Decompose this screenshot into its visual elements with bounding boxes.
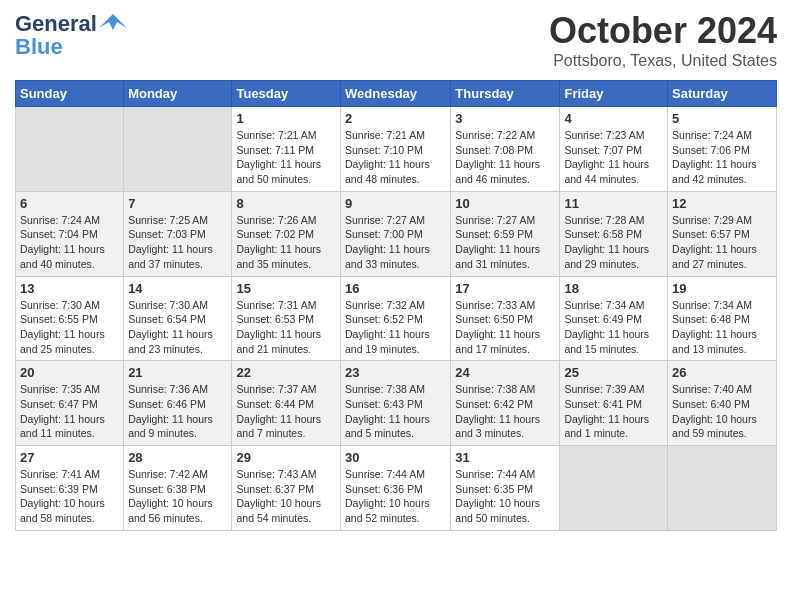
day-number: 14 [128, 281, 227, 296]
calendar-cell: 13Sunrise: 7:30 AM Sunset: 6:55 PM Dayli… [16, 276, 124, 361]
day-number: 9 [345, 196, 446, 211]
day-number: 12 [672, 196, 772, 211]
title-area: October 2024 Pottsboro, Texas, United St… [549, 10, 777, 70]
day-info: Sunrise: 7:39 AM Sunset: 6:41 PM Dayligh… [564, 382, 663, 441]
day-info: Sunrise: 7:36 AM Sunset: 6:46 PM Dayligh… [128, 382, 227, 441]
logo-blue-text: Blue [15, 34, 63, 60]
day-number: 23 [345, 365, 446, 380]
col-header-wednesday: Wednesday [341, 81, 451, 107]
calendar-cell [16, 107, 124, 192]
day-number: 4 [564, 111, 663, 126]
calendar-cell: 15Sunrise: 7:31 AM Sunset: 6:53 PM Dayli… [232, 276, 341, 361]
day-number: 6 [20, 196, 119, 211]
day-number: 17 [455, 281, 555, 296]
day-number: 10 [455, 196, 555, 211]
calendar-cell: 27Sunrise: 7:41 AM Sunset: 6:39 PM Dayli… [16, 446, 124, 531]
calendar-cell: 5Sunrise: 7:24 AM Sunset: 7:06 PM Daylig… [668, 107, 777, 192]
calendar-cell: 28Sunrise: 7:42 AM Sunset: 6:38 PM Dayli… [124, 446, 232, 531]
calendar-week-1: 1Sunrise: 7:21 AM Sunset: 7:11 PM Daylig… [16, 107, 777, 192]
day-number: 7 [128, 196, 227, 211]
day-number: 3 [455, 111, 555, 126]
calendar-cell: 11Sunrise: 7:28 AM Sunset: 6:58 PM Dayli… [560, 191, 668, 276]
day-number: 5 [672, 111, 772, 126]
day-info: Sunrise: 7:30 AM Sunset: 6:55 PM Dayligh… [20, 298, 119, 357]
day-info: Sunrise: 7:33 AM Sunset: 6:50 PM Dayligh… [455, 298, 555, 357]
col-header-friday: Friday [560, 81, 668, 107]
page-subtitle: Pottsboro, Texas, United States [549, 52, 777, 70]
svg-marker-0 [99, 14, 127, 30]
calendar-cell: 19Sunrise: 7:34 AM Sunset: 6:48 PM Dayli… [668, 276, 777, 361]
calendar-cell: 20Sunrise: 7:35 AM Sunset: 6:47 PM Dayli… [16, 361, 124, 446]
calendar-cell: 10Sunrise: 7:27 AM Sunset: 6:59 PM Dayli… [451, 191, 560, 276]
day-number: 24 [455, 365, 555, 380]
day-number: 21 [128, 365, 227, 380]
calendar-cell: 7Sunrise: 7:25 AM Sunset: 7:03 PM Daylig… [124, 191, 232, 276]
day-info: Sunrise: 7:29 AM Sunset: 6:57 PM Dayligh… [672, 213, 772, 272]
day-number: 13 [20, 281, 119, 296]
day-number: 27 [20, 450, 119, 465]
calendar-cell: 1Sunrise: 7:21 AM Sunset: 7:11 PM Daylig… [232, 107, 341, 192]
day-info: Sunrise: 7:40 AM Sunset: 6:40 PM Dayligh… [672, 382, 772, 441]
day-info: Sunrise: 7:38 AM Sunset: 6:42 PM Dayligh… [455, 382, 555, 441]
day-info: Sunrise: 7:24 AM Sunset: 7:06 PM Dayligh… [672, 128, 772, 187]
calendar-cell: 25Sunrise: 7:39 AM Sunset: 6:41 PM Dayli… [560, 361, 668, 446]
day-info: Sunrise: 7:27 AM Sunset: 6:59 PM Dayligh… [455, 213, 555, 272]
calendar-cell [668, 446, 777, 531]
calendar-cell [560, 446, 668, 531]
day-info: Sunrise: 7:28 AM Sunset: 6:58 PM Dayligh… [564, 213, 663, 272]
calendar-cell: 26Sunrise: 7:40 AM Sunset: 6:40 PM Dayli… [668, 361, 777, 446]
day-info: Sunrise: 7:34 AM Sunset: 6:48 PM Dayligh… [672, 298, 772, 357]
col-header-thursday: Thursday [451, 81, 560, 107]
day-info: Sunrise: 7:41 AM Sunset: 6:39 PM Dayligh… [20, 467, 119, 526]
day-number: 28 [128, 450, 227, 465]
calendar-cell: 14Sunrise: 7:30 AM Sunset: 6:54 PM Dayli… [124, 276, 232, 361]
day-number: 15 [236, 281, 336, 296]
day-number: 30 [345, 450, 446, 465]
day-number: 22 [236, 365, 336, 380]
day-info: Sunrise: 7:24 AM Sunset: 7:04 PM Dayligh… [20, 213, 119, 272]
calendar-cell: 2Sunrise: 7:21 AM Sunset: 7:10 PM Daylig… [341, 107, 451, 192]
day-info: Sunrise: 7:35 AM Sunset: 6:47 PM Dayligh… [20, 382, 119, 441]
day-number: 19 [672, 281, 772, 296]
day-number: 11 [564, 196, 663, 211]
calendar-cell: 4Sunrise: 7:23 AM Sunset: 7:07 PM Daylig… [560, 107, 668, 192]
calendar-week-5: 27Sunrise: 7:41 AM Sunset: 6:39 PM Dayli… [16, 446, 777, 531]
day-info: Sunrise: 7:31 AM Sunset: 6:53 PM Dayligh… [236, 298, 336, 357]
calendar-header-row: SundayMondayTuesdayWednesdayThursdayFrid… [16, 81, 777, 107]
day-info: Sunrise: 7:43 AM Sunset: 6:37 PM Dayligh… [236, 467, 336, 526]
day-number: 1 [236, 111, 336, 126]
calendar-cell: 22Sunrise: 7:37 AM Sunset: 6:44 PM Dayli… [232, 361, 341, 446]
day-info: Sunrise: 7:42 AM Sunset: 6:38 PM Dayligh… [128, 467, 227, 526]
day-info: Sunrise: 7:44 AM Sunset: 6:35 PM Dayligh… [455, 467, 555, 526]
day-info: Sunrise: 7:21 AM Sunset: 7:10 PM Dayligh… [345, 128, 446, 187]
calendar-cell: 16Sunrise: 7:32 AM Sunset: 6:52 PM Dayli… [341, 276, 451, 361]
calendar-cell: 18Sunrise: 7:34 AM Sunset: 6:49 PM Dayli… [560, 276, 668, 361]
logo: General Blue [15, 10, 127, 60]
day-number: 16 [345, 281, 446, 296]
day-number: 8 [236, 196, 336, 211]
col-header-sunday: Sunday [16, 81, 124, 107]
day-info: Sunrise: 7:21 AM Sunset: 7:11 PM Dayligh… [236, 128, 336, 187]
col-header-tuesday: Tuesday [232, 81, 341, 107]
header: General Blue October 2024 Pottsboro, Tex… [15, 10, 777, 70]
calendar-cell: 30Sunrise: 7:44 AM Sunset: 6:36 PM Dayli… [341, 446, 451, 531]
day-info: Sunrise: 7:32 AM Sunset: 6:52 PM Dayligh… [345, 298, 446, 357]
day-info: Sunrise: 7:37 AM Sunset: 6:44 PM Dayligh… [236, 382, 336, 441]
day-number: 20 [20, 365, 119, 380]
calendar-table: SundayMondayTuesdayWednesdayThursdayFrid… [15, 80, 777, 531]
calendar-cell: 29Sunrise: 7:43 AM Sunset: 6:37 PM Dayli… [232, 446, 341, 531]
day-number: 31 [455, 450, 555, 465]
calendar-cell: 12Sunrise: 7:29 AM Sunset: 6:57 PM Dayli… [668, 191, 777, 276]
day-info: Sunrise: 7:30 AM Sunset: 6:54 PM Dayligh… [128, 298, 227, 357]
calendar-cell: 31Sunrise: 7:44 AM Sunset: 6:35 PM Dayli… [451, 446, 560, 531]
day-number: 26 [672, 365, 772, 380]
page-title: October 2024 [549, 10, 777, 52]
calendar-cell: 24Sunrise: 7:38 AM Sunset: 6:42 PM Dayli… [451, 361, 560, 446]
logo-bird-icon [99, 10, 127, 38]
calendar-cell: 9Sunrise: 7:27 AM Sunset: 7:00 PM Daylig… [341, 191, 451, 276]
day-number: 18 [564, 281, 663, 296]
day-info: Sunrise: 7:23 AM Sunset: 7:07 PM Dayligh… [564, 128, 663, 187]
calendar-cell: 8Sunrise: 7:26 AM Sunset: 7:02 PM Daylig… [232, 191, 341, 276]
calendar-week-4: 20Sunrise: 7:35 AM Sunset: 6:47 PM Dayli… [16, 361, 777, 446]
calendar-cell: 23Sunrise: 7:38 AM Sunset: 6:43 PM Dayli… [341, 361, 451, 446]
